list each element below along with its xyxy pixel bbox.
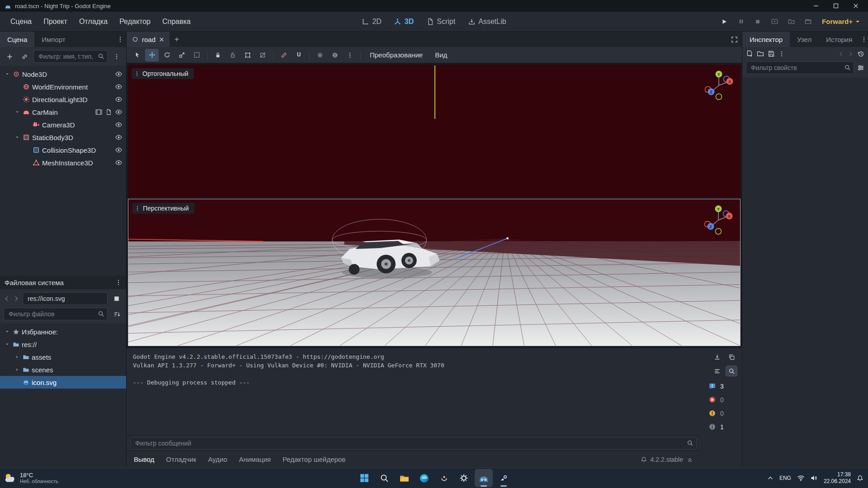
scene-node-directionallight3d[interactable]: DirectionalLight3D xyxy=(0,93,126,106)
save-resource-button[interactable] xyxy=(768,50,775,57)
expand-bottom-panel-icon[interactable] xyxy=(687,456,693,463)
new-scene-tab-button[interactable] xyxy=(170,32,184,47)
rotate-tool-button[interactable] xyxy=(160,49,174,61)
file-tree-res-root[interactable]: res:// xyxy=(0,338,126,351)
visibility-eye-icon[interactable] xyxy=(115,160,123,165)
scene-dock-tab-scene[interactable]: Сцена xyxy=(0,32,34,47)
scene-node-node3d[interactable]: Node3D xyxy=(0,68,126,80)
wifi-icon[interactable] xyxy=(797,475,805,481)
collapse-caret-icon[interactable] xyxy=(14,135,20,140)
view-menu[interactable]: Вид xyxy=(429,48,453,61)
firefox-browser-icon[interactable] xyxy=(435,469,453,487)
tab-history[interactable]: История xyxy=(819,32,859,47)
play-button[interactable] xyxy=(718,16,731,28)
file-filter-input[interactable] xyxy=(4,308,108,320)
taskbar-search-button[interactable] xyxy=(375,469,393,487)
edge-browser-icon[interactable] xyxy=(415,469,433,487)
new-resource-button[interactable] xyxy=(746,50,753,57)
nav-back-button[interactable] xyxy=(4,296,10,302)
notification-center-icon[interactable] xyxy=(857,475,863,482)
visibility-eye-icon[interactable] xyxy=(115,84,123,89)
movie-maker-button[interactable] xyxy=(802,16,814,28)
bottom-tab-audio[interactable]: Аудио xyxy=(208,455,227,463)
keyboard-language[interactable]: ENG xyxy=(779,475,791,481)
open-in-editor-icon[interactable] xyxy=(95,109,102,115)
visibility-eye-icon[interactable] xyxy=(115,135,123,140)
tab-script[interactable]: Script xyxy=(421,14,461,29)
file-tree-folder-scenes[interactable]: scenes xyxy=(0,363,126,376)
visibility-eye-icon[interactable] xyxy=(115,122,123,127)
maximize-button[interactable] xyxy=(828,1,844,11)
instantiate-scene-button[interactable] xyxy=(19,51,30,62)
bottom-tab-shader-editor[interactable]: Редактор шейдеров xyxy=(283,455,345,463)
scale-tool-button[interactable] xyxy=(175,49,189,61)
visibility-eye-icon[interactable] xyxy=(115,97,123,102)
axis-gizmo[interactable]: Y X Z xyxy=(703,68,735,101)
load-resource-button[interactable] xyxy=(757,50,764,57)
search-messages-button[interactable] xyxy=(726,366,737,376)
minimize-button[interactable] xyxy=(808,1,824,11)
file-tree-favorites[interactable]: Избранное: xyxy=(0,325,126,338)
axis-gizmo[interactable]: Y X Z xyxy=(702,203,735,235)
collapse-caret-icon[interactable] xyxy=(14,109,20,115)
unlock-node-button[interactable] xyxy=(226,49,240,61)
history-back-button[interactable] xyxy=(838,51,844,57)
visibility-eye-icon[interactable] xyxy=(115,109,123,115)
collapse-caret-icon[interactable] xyxy=(4,342,10,347)
close-button[interactable] xyxy=(848,1,863,11)
inspector-dock-menu-button[interactable] xyxy=(859,32,868,47)
snap-toggle-button[interactable] xyxy=(292,49,306,61)
close-tab-icon[interactable] xyxy=(159,37,164,42)
preview-environment-button[interactable] xyxy=(328,49,342,61)
lock-node-button[interactable] xyxy=(211,49,225,61)
info-count-toggle[interactable]: 1 xyxy=(708,423,737,431)
file-tree-file-icon-svg[interactable]: icon.svg xyxy=(0,376,126,389)
warning-count-toggle[interactable]: 0 xyxy=(708,409,737,417)
orthogonal-view-menu[interactable]: Ортогональный xyxy=(132,68,194,79)
scene-filter-input[interactable] xyxy=(33,50,108,63)
history-forward-button[interactable] xyxy=(848,51,854,57)
scene-node-collisionshape3d[interactable]: CollisionShape3D xyxy=(0,144,126,156)
toggle-split-mode-button[interactable] xyxy=(111,293,123,305)
expand-viewport-button[interactable] xyxy=(726,32,742,47)
pause-button[interactable] xyxy=(735,16,747,28)
menu-help[interactable]: Справка xyxy=(156,14,197,29)
menu-editor[interactable]: Редактор xyxy=(113,14,156,29)
filesystem-menu-button[interactable] xyxy=(115,279,122,286)
resource-menu-button[interactable] xyxy=(778,51,785,57)
move-tool-button[interactable] xyxy=(145,49,159,61)
bottom-tab-animation[interactable]: Анимация xyxy=(239,455,270,463)
transform-menu[interactable]: Преобразование xyxy=(364,48,428,61)
godot-taskbar-icon[interactable] xyxy=(475,469,493,487)
taskbar-weather-widget[interactable]: 18°C Неб. облачность xyxy=(4,472,58,484)
orthogonal-viewport[interactable]: Ортогональный Y X Z xyxy=(128,65,741,197)
collapse-messages-button[interactable] xyxy=(711,366,723,376)
start-button[interactable] xyxy=(355,469,373,487)
bottom-tab-debugger[interactable]: Отладчик xyxy=(166,455,196,463)
list-select-tool-button[interactable] xyxy=(190,49,203,61)
renderer-dropdown[interactable]: Forward+ xyxy=(818,18,860,25)
collapse-caret-icon[interactable] xyxy=(4,71,10,77)
scene-tab-road[interactable]: road xyxy=(127,32,170,47)
scene-dock-menu-button[interactable] xyxy=(114,32,126,47)
tab-inspector[interactable]: Инспектор xyxy=(742,32,790,47)
perspective-viewport[interactable]: Перспективный Y X Z xyxy=(128,199,741,346)
path-input[interactable] xyxy=(23,292,108,305)
menu-debug[interactable]: Отладка xyxy=(73,14,113,29)
taskbar-clock[interactable]: 17:38 22.06.2024 xyxy=(824,471,851,485)
play-current-scene-button[interactable] xyxy=(768,16,781,28)
settings-icon[interactable] xyxy=(455,469,473,487)
visibility-eye-icon[interactable] xyxy=(115,147,123,153)
nav-forward-button[interactable] xyxy=(13,296,19,302)
ruler-tool-button[interactable] xyxy=(277,49,291,61)
manage-object-properties-button[interactable] xyxy=(857,64,864,71)
scene-node-camera3d[interactable]: Camera3D xyxy=(0,118,126,131)
message-filter-input[interactable] xyxy=(130,437,697,450)
tray-chevron-up-icon[interactable] xyxy=(767,475,774,481)
preview-sun-button[interactable] xyxy=(313,49,327,61)
group-nodes-button[interactable] xyxy=(241,49,255,61)
copy-output-button[interactable] xyxy=(726,352,737,362)
menu-scene[interactable]: Сцена xyxy=(5,14,38,29)
select-tool-button[interactable] xyxy=(130,49,144,61)
add-node-button[interactable] xyxy=(4,51,15,62)
